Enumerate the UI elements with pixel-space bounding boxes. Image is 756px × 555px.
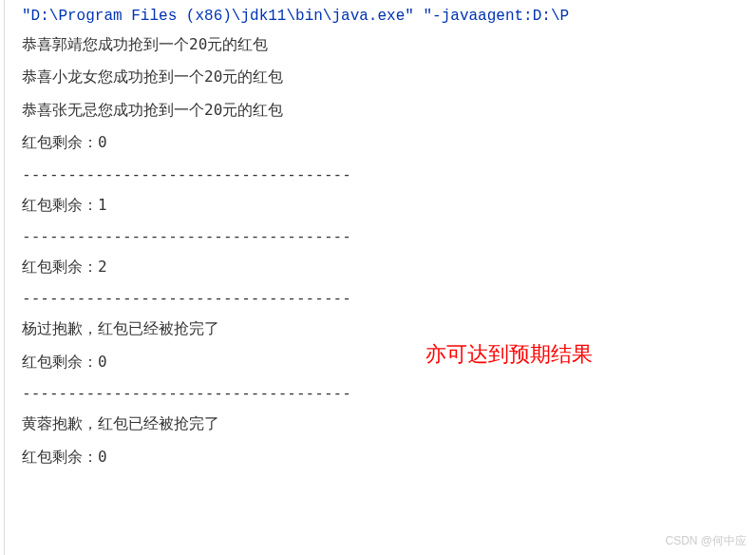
output-line-remaining: 红包剩余：2 (22, 257, 756, 278)
separator-line: ------------------------------------ (22, 289, 756, 307)
console-output: "D:\Program Files (x86)\jdk11\bin\java.e… (4, 0, 756, 555)
command-line: "D:\Program Files (x86)\jdk11\bin\java.e… (22, 8, 756, 25)
watermark: CSDN @何中应 (665, 533, 747, 549)
separator-line: ------------------------------------ (22, 165, 756, 183)
annotation-text: 亦可达到预期结果 (425, 340, 593, 369)
output-line-remaining: 红包剩余：0 (22, 447, 756, 468)
output-line-remaining: 红包剩余：0 (22, 132, 756, 153)
separator-line: ------------------------------------ (22, 384, 756, 402)
output-line-remaining: 红包剩余：1 (22, 195, 756, 216)
output-line-success: 恭喜小龙女您成功抢到一个20元的红包 (22, 67, 756, 87)
output-line-fail: 杨过抱歉，红包已经被抢完了 (22, 318, 756, 339)
output-line-success: 恭喜郭靖您成功抢到一个20元的红包 (22, 34, 756, 55)
separator-line: ------------------------------------ (22, 227, 756, 245)
output-line-fail: 黄蓉抱歉，红包已经被抢完了 (22, 413, 756, 434)
output-line-success: 恭喜张无忌您成功抢到一个20元的红包 (22, 100, 756, 121)
output-line-remaining: 红包剩余：0 (22, 352, 756, 373)
